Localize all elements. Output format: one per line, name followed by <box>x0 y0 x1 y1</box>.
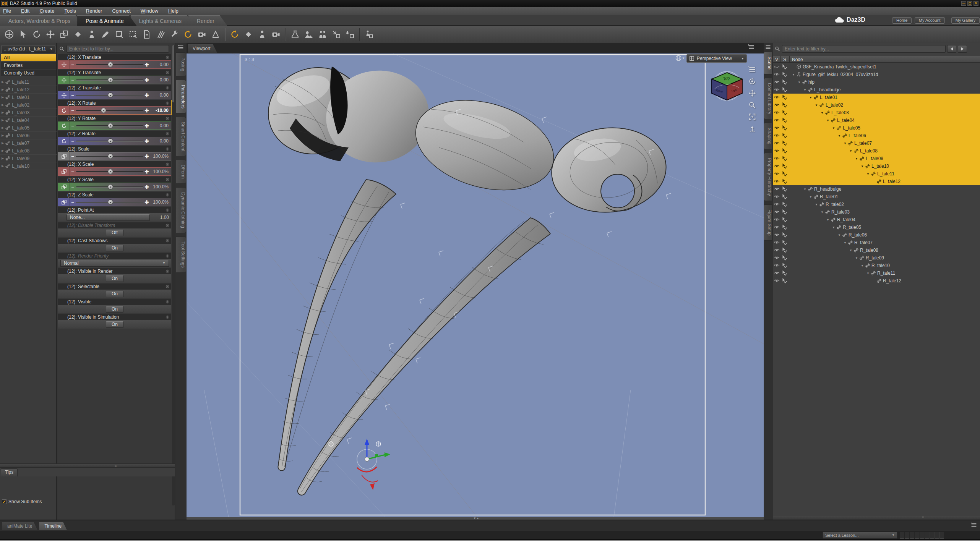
dock-tab-timeline[interactable]: Timeline <box>39 522 67 530</box>
selectable-cursor-icon[interactable] <box>782 110 787 115</box>
gear-icon[interactable] <box>165 86 170 90</box>
eye-closed-icon[interactable] <box>774 64 780 70</box>
toggle-button[interactable]: On <box>106 306 123 313</box>
scene-node-r-tale04[interactable]: ▼R_tale04 <box>773 216 980 224</box>
selectable-cursor-icon[interactable] <box>782 178 787 184</box>
joint-editor-icon[interactable] <box>168 28 180 40</box>
collapse-icon[interactable]: ▼ <box>861 165 864 168</box>
export-file-icon[interactable] <box>344 28 356 40</box>
nudge-down-button[interactable]: − <box>70 92 75 98</box>
gear-icon[interactable] <box>165 254 170 258</box>
bone-item-l-tale10[interactable]: ▶L_tale10 <box>0 162 57 170</box>
scene-node-figure-g8f-lekku-02004-07uv3zn1d[interactable]: ▼Figure_g8f_lekku_02004_07uv3zn1d <box>773 71 980 78</box>
gear-icon[interactable] <box>165 162 170 167</box>
camera-mode-icon[interactable] <box>270 28 282 40</box>
parameters-scrollbar[interactable] <box>172 45 175 505</box>
slider-track[interactable] <box>75 152 144 160</box>
viewport-canvas[interactable]: 3 : 3 <box>187 53 764 517</box>
nudge-up-button[interactable]: ✚ <box>144 184 149 190</box>
bone-item-l-tale08[interactable]: ▶L_tale08 <box>0 147 57 155</box>
nudge-down-button[interactable]: − <box>70 154 75 159</box>
eye-icon[interactable] <box>774 278 780 283</box>
left-tab-posing[interactable]: Posing <box>176 52 186 76</box>
scene-node-l-tale10[interactable]: ▼L_tale10 <box>773 162 980 170</box>
param-value[interactable]: 100.0% <box>149 169 171 174</box>
scene-filter-input[interactable] <box>782 45 946 53</box>
slider-knob[interactable] <box>101 108 106 113</box>
selectable-cursor-icon[interactable] <box>782 163 787 169</box>
selectable-cursor-icon[interactable] <box>782 64 787 70</box>
expand-icon[interactable]: ▶ <box>2 126 4 130</box>
eye-icon[interactable] <box>774 194 780 199</box>
scene-node-r-tale05[interactable]: ▼R_tale05 <box>773 224 980 231</box>
filter-currently-used[interactable]: Currently Used <box>1 70 56 77</box>
nudge-down-button[interactable]: − <box>70 77 75 83</box>
eye-icon[interactable] <box>774 102 780 108</box>
selectable-cursor-icon[interactable] <box>782 94 787 100</box>
expand-icon[interactable]: ▶ <box>2 134 4 137</box>
collapse-icon[interactable]: ▼ <box>838 233 841 237</box>
selectable-cursor-icon[interactable] <box>782 255 787 261</box>
gear-icon[interactable] <box>165 269 170 274</box>
slider-track[interactable] <box>75 183 144 191</box>
nudge-down-button[interactable]: − <box>70 169 75 175</box>
lekku-model[interactable] <box>258 57 670 495</box>
dual-figure-icon[interactable] <box>316 28 329 40</box>
selectable-cursor-icon[interactable] <box>782 140 787 146</box>
slider-knob[interactable] <box>108 199 113 205</box>
scene-node-l-tale02[interactable]: ▼L_tale02 <box>773 101 980 109</box>
scene-node-l-tale06[interactable]: ▼L_tale06 <box>773 132 980 139</box>
gear-icon[interactable] <box>165 55 170 60</box>
eye-icon[interactable] <box>774 125 780 131</box>
gear-icon[interactable] <box>165 147 170 151</box>
nudge-up-button[interactable]: ✚ <box>144 138 149 144</box>
collapse-icon[interactable]: ▼ <box>849 249 852 252</box>
collapse-icon[interactable]: ▼ <box>821 211 824 214</box>
collapse-icon[interactable]: ▼ <box>803 188 806 191</box>
collapse-icon[interactable]: ▼ <box>838 134 841 138</box>
slider-knob[interactable] <box>108 154 113 159</box>
slider-track[interactable] <box>75 106 144 115</box>
menu-help[interactable]: Help <box>168 8 178 14</box>
node-selection-icon[interactable] <box>17 28 29 40</box>
my-gallery-button[interactable]: My Gallery <box>951 17 980 24</box>
eye-icon[interactable] <box>774 224 780 230</box>
slider-track[interactable] <box>75 121 144 130</box>
bone-item-l-tale04[interactable]: ▶L_tale04 <box>0 117 57 124</box>
maximize-button[interactable]: ▢ <box>967 1 972 6</box>
selectable-cursor-icon[interactable] <box>782 71 787 77</box>
figure-export-icon[interactable] <box>363 28 375 40</box>
expand-icon[interactable]: ▶ <box>2 149 4 152</box>
right-tab-scene[interactable]: Scene <box>764 52 772 75</box>
scene-node-l-tale11[interactable]: ▼L_tale11 <box>773 170 980 178</box>
collapse-icon[interactable]: ▼ <box>855 157 858 160</box>
viewport-orbit-icon[interactable] <box>748 77 757 86</box>
geometry-editor-icon[interactable] <box>141 28 153 40</box>
nudge-up-button[interactable]: ✚ <box>144 199 149 205</box>
bone-item-l-tale06[interactable]: ▶L_tale06 <box>0 132 57 139</box>
eye-icon[interactable] <box>774 171 780 177</box>
filter-favorites[interactable]: Favorites <box>1 62 56 69</box>
parameters-filter-input[interactable] <box>67 45 169 53</box>
timeline-mini-cell[interactable] <box>905 532 909 539</box>
selectable-cursor-icon[interactable] <box>782 117 787 123</box>
eye-icon[interactable] <box>774 79 780 85</box>
right-tab-figure-setup[interactable]: Figure Setup <box>764 204 772 241</box>
eye-icon[interactable] <box>774 178 780 184</box>
slider-knob[interactable] <box>108 123 113 128</box>
nudge-down-button[interactable]: − <box>70 123 75 129</box>
expand-icon[interactable]: ▶ <box>2 80 4 84</box>
slider-knob[interactable] <box>108 138 113 144</box>
menu-edit[interactable]: Edit <box>21 8 29 14</box>
collapse-icon[interactable]: ▼ <box>821 111 824 115</box>
slider-knob[interactable] <box>108 169 113 174</box>
toggle-button[interactable]: Off <box>106 230 123 236</box>
scene-node-hip[interactable]: ▼hip <box>773 78 980 86</box>
eye-icon[interactable] <box>774 232 780 238</box>
param-value[interactable]: 0.00 <box>149 77 171 83</box>
gear-icon[interactable] <box>165 131 170 136</box>
scene-node-r-tale09[interactable]: ▼R_tale09 <box>773 254 980 262</box>
scene-node-r-tale12[interactable]: R_tale12 <box>773 277 980 285</box>
gear-icon[interactable] <box>165 177 170 182</box>
nudge-up-button[interactable]: ✚ <box>144 108 149 113</box>
